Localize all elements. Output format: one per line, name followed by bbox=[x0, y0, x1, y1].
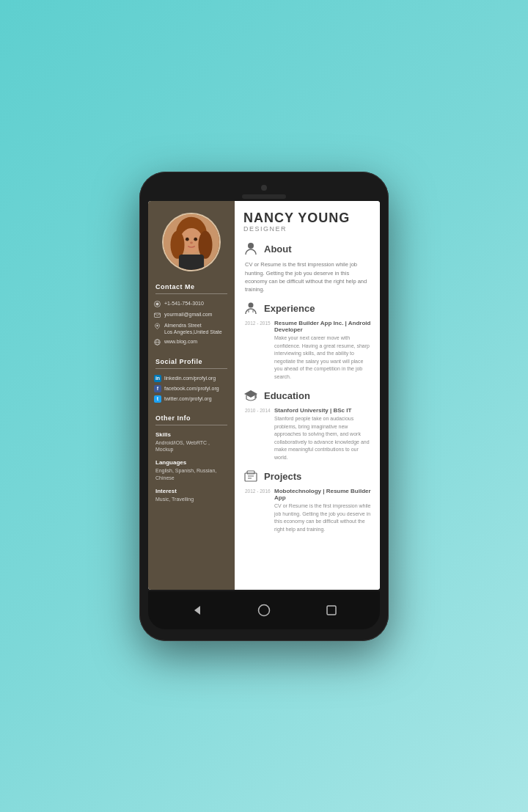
svg-point-27 bbox=[259, 604, 270, 615]
profile-photo bbox=[162, 213, 221, 271]
facebook-url: facebook.com/profyl.org bbox=[164, 386, 219, 391]
interest-value: Music, Travelling bbox=[155, 496, 227, 503]
skills-block: Skills Android/iOS, WebRTC , Mockup bbox=[155, 431, 227, 454]
education-icon bbox=[243, 388, 258, 403]
address-item: Almendra Street Los Angeles,United State bbox=[148, 321, 235, 337]
phone-top bbox=[148, 180, 380, 201]
projects-text: CV or Resume is the first impression whi… bbox=[274, 502, 371, 533]
experience-years: 2012 - 2015 bbox=[245, 321, 271, 381]
sidebar: Contact Me +1-541-754-3010 yourmail@gmai… bbox=[148, 201, 235, 590]
back-button[interactable] bbox=[189, 603, 204, 618]
facebook-item: f facebook.com/profyl.org bbox=[148, 384, 235, 394]
other-info-section: Skills Android/iOS, WebRTC , Mockup Lang… bbox=[148, 430, 235, 513]
svg-point-4 bbox=[199, 230, 213, 258]
education-row: 2010 - 2014 Stanford University | BSc IT… bbox=[245, 407, 371, 461]
email-address: yourmail@gmail.com bbox=[164, 311, 212, 318]
experience-row: 2012 - 2015 Resume Builder App Inc. | An… bbox=[245, 320, 371, 381]
other-divider bbox=[155, 425, 227, 425]
education-heading: Education bbox=[264, 390, 310, 401]
svg-point-3 bbox=[171, 230, 185, 258]
twitter-url: twitter.com/profyl.org bbox=[164, 396, 212, 401]
linkedin-icon: in bbox=[154, 375, 161, 382]
profile-title: DESIGNER bbox=[243, 225, 371, 233]
email-icon bbox=[154, 312, 161, 319]
education-years: 2010 - 2014 bbox=[245, 408, 271, 461]
svg-point-6 bbox=[186, 237, 189, 241]
home-button[interactable] bbox=[257, 603, 271, 618]
phone-frame: Contact Me +1-541-754-3010 yourmail@gmai… bbox=[139, 172, 389, 641]
svg-rect-23 bbox=[247, 471, 254, 474]
languages-label: Languages bbox=[155, 459, 227, 466]
projects-title: Mobotechnology | Resume Builder App bbox=[274, 488, 371, 501]
linkedin-item: in linkedin.com/profyl.org bbox=[148, 373, 235, 384]
svg-point-8 bbox=[190, 241, 193, 244]
profile-header: NANCY YOUNG DESIGNER bbox=[243, 211, 371, 233]
phone-number: +1-541-754-3010 bbox=[164, 300, 204, 307]
experience-section-header: Experience bbox=[243, 301, 371, 315]
svg-rect-28 bbox=[327, 606, 336, 615]
location-icon bbox=[154, 323, 161, 330]
experience-icon bbox=[243, 301, 258, 315]
education-body: 2010 - 2014 Stanford University | BSc IT… bbox=[243, 407, 371, 461]
svg-rect-5 bbox=[179, 255, 204, 270]
phone-screen: Contact Me +1-541-754-3010 yourmail@gmai… bbox=[148, 201, 380, 590]
svg-point-7 bbox=[194, 237, 197, 241]
social-title: Social Profile bbox=[148, 354, 235, 367]
languages-value: English, Spanish, Russian, Chinese bbox=[155, 467, 227, 482]
projects-heading: Projects bbox=[264, 471, 301, 482]
interest-block: Interest Music, Travelling bbox=[155, 488, 227, 503]
education-text: Stanford people take on audacious proble… bbox=[274, 415, 371, 461]
projects-section-header: Projects bbox=[243, 469, 371, 483]
phone-item: +1-541-754-3010 bbox=[148, 299, 235, 310]
svg-point-10 bbox=[156, 302, 159, 305]
experience-heading: Experience bbox=[264, 303, 315, 314]
profile-name: NANCY YOUNG bbox=[243, 211, 371, 226]
experience-job-title: Resume Builder App Inc. | Android Develo… bbox=[274, 320, 371, 333]
facebook-icon: f bbox=[154, 385, 161, 392]
main-content: NANCY YOUNG DESIGNER About CV or Resume … bbox=[235, 201, 380, 590]
education-school: Stanford University | BSc IT bbox=[274, 407, 371, 414]
svg-point-16 bbox=[248, 243, 254, 249]
projects-row: 2012 - 2016 Mobotechnology | Resume Buil… bbox=[245, 488, 371, 533]
about-body: CV or Resume is the first impression whi… bbox=[243, 260, 371, 293]
svg-point-17 bbox=[249, 303, 254, 308]
skills-value: Android/iOS, WebRTC , Mockup bbox=[155, 439, 227, 454]
contact-me-title: Contact Me bbox=[148, 279, 235, 292]
experience-content: Resume Builder App Inc. | Android Develo… bbox=[274, 320, 371, 381]
svg-rect-22 bbox=[245, 473, 257, 481]
projects-icon bbox=[243, 469, 258, 483]
svg-point-12 bbox=[156, 324, 158, 326]
globe-icon bbox=[154, 339, 161, 346]
interest-label: Interest bbox=[155, 488, 227, 494]
svg-rect-19 bbox=[252, 310, 254, 312]
projects-body: 2012 - 2016 Mobotechnology | Resume Buil… bbox=[243, 488, 371, 533]
about-heading: About bbox=[264, 244, 292, 255]
projects-content: Mobotechnology | Resume Builder App CV o… bbox=[274, 488, 371, 533]
education-section-header: Education bbox=[243, 388, 371, 403]
speaker bbox=[242, 194, 286, 199]
linkedin-url: linkedin.com/profyl.org bbox=[164, 376, 216, 381]
social-divider bbox=[155, 368, 227, 369]
skills-label: Skills bbox=[155, 431, 227, 438]
camera bbox=[261, 185, 267, 191]
education-content: Stanford University | BSc IT Stanford pe… bbox=[274, 407, 371, 461]
twitter-icon: t bbox=[154, 395, 161, 403]
profile-photo-inner bbox=[164, 214, 219, 270]
website-url: www.blog.com bbox=[164, 338, 197, 345]
experience-job-text: Make your next career move with confiden… bbox=[274, 334, 371, 381]
phone-icon bbox=[154, 301, 161, 308]
about-icon bbox=[243, 241, 258, 256]
phone-bottom-nav bbox=[148, 591, 380, 629]
twitter-item: t twitter.com/profyl.org bbox=[148, 394, 235, 404]
experience-body: 2012 - 2015 Resume Builder App Inc. | An… bbox=[243, 320, 371, 381]
about-section-header: About bbox=[243, 241, 371, 256]
svg-rect-18 bbox=[248, 310, 249, 312]
languages-block: Languages English, Spanish, Russian, Chi… bbox=[155, 459, 227, 482]
projects-years: 2012 - 2016 bbox=[245, 489, 271, 533]
recent-button[interactable] bbox=[324, 603, 339, 618]
email-item: yourmail@gmail.com bbox=[148, 310, 235, 321]
other-info-title: Other Info bbox=[148, 410, 235, 423]
contact-divider bbox=[155, 293, 227, 294]
address-text: Almendra Street Los Angeles,United State bbox=[164, 322, 222, 335]
svg-marker-26 bbox=[194, 606, 200, 615]
